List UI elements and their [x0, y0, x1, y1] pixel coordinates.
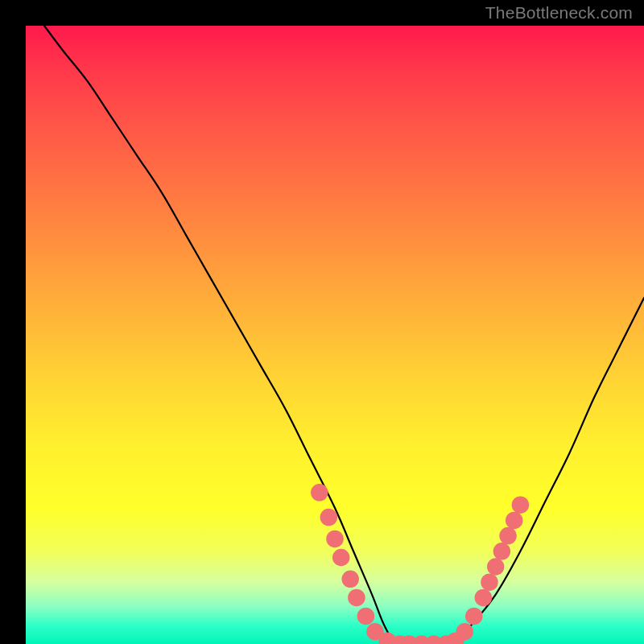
marker-dot	[499, 527, 517, 545]
marker-dot	[465, 608, 483, 625]
marker-dot	[493, 543, 511, 560]
marker-dot	[320, 509, 338, 526]
outer-frame	[0, 0, 644, 644]
marker-dot	[512, 496, 530, 514]
marker-dot	[311, 484, 328, 502]
watermark-text: TheBottleneck.com	[485, 3, 633, 23]
marker-dot	[332, 549, 350, 567]
marker-dot	[475, 589, 493, 607]
marker-dot	[487, 558, 505, 576]
marker-dot	[506, 512, 523, 530]
plot-area	[26, 26, 644, 644]
marker-dot	[341, 571, 359, 588]
marker-dot	[481, 573, 498, 591]
marker-dot	[357, 608, 375, 625]
marker-dots	[26, 26, 644, 644]
marker-dot	[456, 623, 474, 641]
marker-dot	[326, 530, 344, 548]
marker-dot	[348, 589, 365, 607]
